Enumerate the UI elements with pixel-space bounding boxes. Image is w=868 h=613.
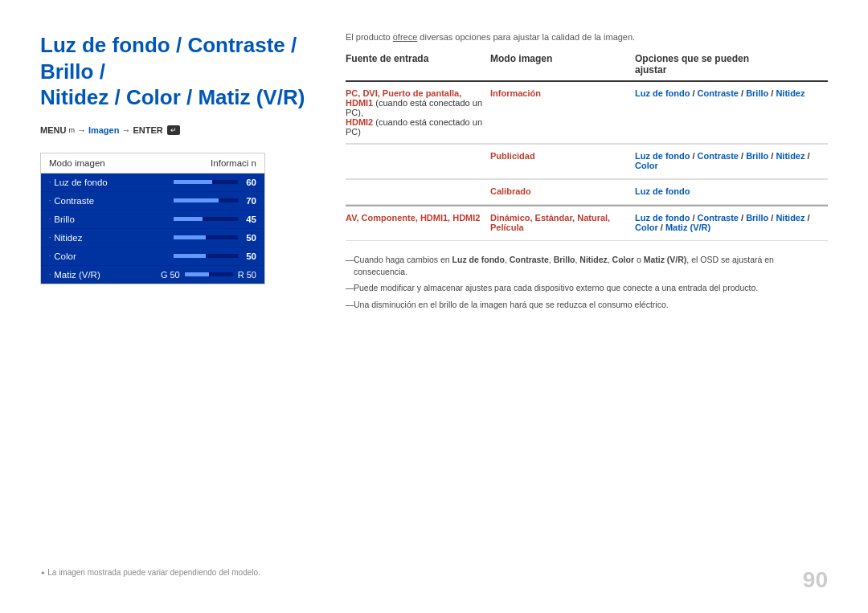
row-bar (174, 235, 238, 239)
ui-panel-row: · Nitidez 50 (41, 229, 264, 247)
row-bar (174, 180, 238, 184)
row-dot: · (49, 252, 51, 260)
row-bar-fill (174, 235, 206, 239)
row1-fuente: PC, DVI, Puerto de pantalla, HDMI1 (cuan… (346, 88, 490, 137)
row-value: 45 (246, 215, 256, 224)
row-bar-fill (174, 217, 203, 221)
row3-modo: Calibrado (490, 186, 635, 198)
row1-fuente-bold2: HDMI2 (346, 117, 373, 127)
intro-underline: ofrece (393, 32, 418, 42)
row-label: · Brillo (49, 215, 75, 224)
matiz-row: · Matiz (V/R) G 50 R 50 (41, 266, 264, 284)
row-text: Luz de fondo (54, 178, 108, 187)
menu-m: m (68, 126, 75, 134)
page-number: 90 (803, 567, 828, 593)
row-bar (174, 198, 238, 202)
title-line2: Nitidez / Color / Matiz (V/R) (40, 85, 305, 109)
matiz-g-label: G 50 (161, 270, 180, 280)
row3-opt1: Luz de fondo (635, 186, 828, 196)
row-right: 50 (169, 233, 256, 243)
matiz-r-label: R 50 (238, 270, 256, 280)
panel-header-left: Modo imagen (49, 158, 105, 168)
ui-rows-container: · Luz de fondo 60 · Contraste 70 (41, 174, 264, 266)
col-opciones-header: Opciones que se puedenajustar (635, 53, 828, 76)
page-title: Luz de fondo / Contraste / Brillo / Niti… (40, 32, 313, 111)
imagen-link: Imagen (88, 125, 120, 135)
row-bar-fill (174, 254, 206, 258)
enter-keyword: ENTER (133, 125, 162, 135)
row3-opciones: Luz de fondo (635, 186, 828, 198)
row2-modo: Publicidad (490, 151, 635, 162)
ui-panel-row: · Contraste 70 (41, 192, 264, 210)
row-value: 60 (246, 178, 256, 187)
row-bar (174, 254, 238, 258)
row1-modo-info: Información (490, 88, 635, 98)
note-3: Una disminución en el brillo de la image… (346, 299, 828, 311)
row4-modo-din: Dinámico, Estándar, Natural, Película (490, 213, 635, 232)
notes-section: Cuando haga cambios en Luz de fondo, Con… (346, 254, 828, 311)
panel-header-right: Informaci n (211, 158, 256, 168)
matiz-label-group: · Matiz (V/R) (49, 270, 100, 280)
row-dot: · (49, 197, 51, 204)
row-bar (174, 217, 238, 221)
table-row-2: Publicidad Luz de fondo / Contraste / Br… (346, 145, 828, 179)
col-modo-header: Modo imagen (490, 53, 635, 76)
col-fuente-header: Fuente de entrada (346, 53, 490, 76)
row4-opciones: Luz de fondo / Contraste / Brillo / Niti… (635, 213, 828, 234)
row-label: · Luz de fondo (49, 178, 108, 187)
ui-panel-row: · Luz de fondo 60 (41, 174, 264, 192)
row1-modo: Información (490, 88, 635, 100)
row-right: 60 (169, 178, 256, 187)
row-text: Contraste (54, 196, 94, 206)
row-dot: · (49, 215, 51, 223)
row2-modo-pub: Publicidad (490, 151, 635, 161)
row-value: 50 (246, 251, 256, 261)
row1-opt1: Luz de fondo / Contraste / Brillo / Niti… (635, 88, 828, 98)
row-right: 45 (169, 215, 256, 224)
row-right: 70 (169, 196, 256, 206)
row4-modo: Dinámico, Estándar, Natural, Película (490, 213, 635, 234)
row-label: · Nitidez (49, 233, 82, 243)
row-label: · Contraste (49, 196, 94, 206)
arrow2: → (121, 125, 130, 135)
ui-panel: Modo imagen Informaci n · Luz de fondo 6… (40, 153, 265, 284)
ui-panel-row: · Brillo 45 (41, 210, 264, 229)
matiz-g-bar (185, 272, 233, 276)
row-bar-fill (174, 198, 219, 202)
menu-keyword: MENU (40, 125, 66, 135)
row-text: Nitidez (54, 233, 82, 243)
row-dot: · (49, 234, 51, 241)
row-right: 50 (169, 251, 256, 261)
row1-opciones: Luz de fondo / Contraste / Brillo / Niti… (635, 88, 828, 100)
right-intro: El producto ofrece diversas opciones par… (346, 32, 828, 42)
ui-panel-header: Modo imagen Informaci n (41, 153, 264, 174)
row4-opt1: Luz de fondo / Contraste / Brillo / Niti… (635, 213, 828, 232)
right-column: El producto ofrece diversas opciones par… (346, 32, 828, 589)
menu-path: MENU m → Imagen → ENTER ↵ (40, 125, 313, 135)
row-label: · Color (49, 251, 76, 261)
row-value: 70 (246, 196, 256, 206)
row4-fuente-bold: AV, Componente, HDMI1, HDMI2 (346, 213, 480, 223)
title-line1: Luz de fondo / Contraste / Brillo / (40, 33, 297, 84)
row4-fuente: AV, Componente, HDMI1, HDMI2 (346, 213, 490, 223)
row-bar-fill (174, 180, 212, 184)
ui-panel-row: · Color 50 (41, 247, 264, 266)
row-text: Brillo (54, 215, 75, 224)
note-1: Cuando haga cambios en Luz de fondo, Con… (346, 254, 828, 277)
row-dot: · (49, 178, 51, 186)
note-2: Puede modificar y almacenar ajustes para… (346, 282, 828, 294)
table-row-3: Calibrado Luz de fondo (346, 180, 828, 205)
matiz-label: Matiz (V/R) (54, 270, 100, 280)
row2-opciones: Luz de fondo / Contraste / Brillo / Niti… (635, 151, 828, 172)
row3-modo-cal: Calibrado (490, 186, 635, 196)
footnote: La imagen mostrada puede variar dependie… (40, 568, 260, 577)
matiz-values: G 50 R 50 (161, 270, 256, 280)
page-container: Luz de fondo / Contraste / Brillo / Niti… (0, 0, 868, 613)
table-header: Fuente de entrada Modo imagen Opciones q… (346, 53, 828, 82)
left-column: Luz de fondo / Contraste / Brillo / Niti… (40, 32, 313, 589)
table-row-1: PC, DVI, Puerto de pantalla, HDMI1 (cuan… (346, 82, 828, 144)
row-text: Color (54, 251, 76, 261)
table-row-4: AV, Componente, HDMI1, HDMI2 Dinámico, E… (346, 206, 828, 241)
matiz-dot: · (49, 271, 51, 278)
row2-opt1: Luz de fondo / Contraste / Brillo / Niti… (635, 151, 828, 170)
